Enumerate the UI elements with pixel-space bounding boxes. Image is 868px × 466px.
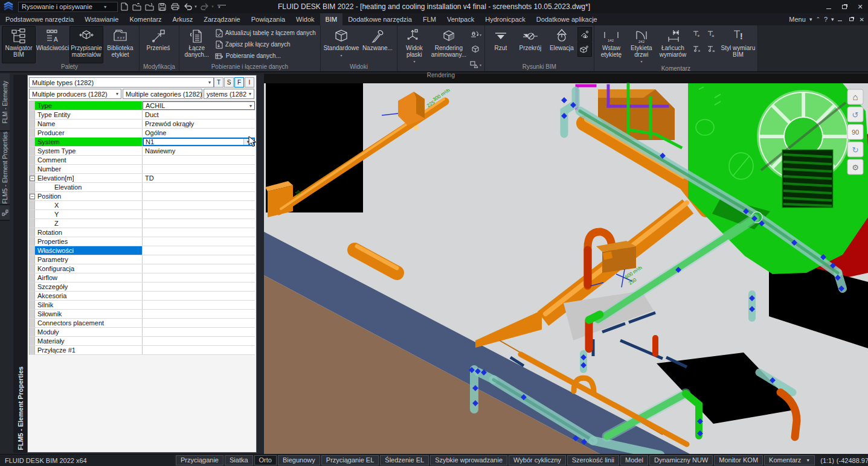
help-caret-icon[interactable]: ▾ [831,16,834,22]
tab-wstawianie[interactable]: Wstawianie [79,13,124,25]
nav-orbit-right-button[interactable]: ↻ [847,142,863,157]
prop-row-silownik[interactable]: Siłownik [30,310,255,319]
prop-row-przylacze-1[interactable]: Przyłącze #1 [30,346,255,355]
redo-icon[interactable] [198,1,211,12]
prop-row-properties[interactable]: Properties [30,237,255,246]
show-section-icon[interactable] [577,27,592,42]
tab-ventpack[interactable]: Ventpack [442,13,480,25]
draw-order-icon[interactable]: ▾ [468,57,483,72]
tab-komentarz[interactable]: Komentarz [124,13,167,25]
open-file-icon[interactable] [130,1,143,12]
tab-hydronicpack[interactable]: Hydronicpack [480,13,531,25]
lock-view-icon[interactable]: ▾ [468,27,483,42]
system-dropdown-button[interactable]: ▾ [243,139,252,145]
rendering-animowany-button[interactable]: Rendering animowany... [429,26,468,72]
help-button[interactable]: ? [824,16,828,23]
prop-row-name[interactable]: NamePrzewód okrągły [30,120,255,129]
styl-wymiaru-bim-button[interactable]: ! Styl wymiaru BIM [721,26,756,65]
toggle-przyciaganie[interactable]: Przyciąganie [176,455,223,465]
zapisz-plik-laczy-button[interactable]: Zapisz plik łączy danych [213,39,318,50]
save-icon[interactable] [156,1,169,12]
przenies-button[interactable]: Przenieś [141,26,175,63]
workspace-select[interactable]: Rysowanie i opisywanie ▼ [18,2,118,12]
nav-orbit-left-button[interactable]: ↺ [847,107,863,122]
prop-row-position[interactable]: Position [30,192,255,201]
lancuch-wymiarow-button[interactable]: Łańcuch wymiarów [657,26,689,65]
tab-flm5-element-properties[interactable]: FLM5 - Element Properties [0,132,10,205]
tab-diagram-icon[interactable] [0,205,10,221]
view-i-button[interactable]: I [245,77,254,88]
minimize-button[interactable] [821,1,837,13]
toggle-szerokosc-linii[interactable]: Szerokość linii [567,455,619,465]
prop-row-type-entity[interactable]: Type EntityDuct [30,110,255,120]
prop-row-konfiguracja[interactable]: Konfiguracja [30,264,255,273]
rzut-button[interactable]: Rzut [487,26,515,63]
toggle-siatka[interactable]: Siatka [225,455,253,465]
widok-plaski-button[interactable]: Widok płaski [399,26,429,72]
prop-row-comment[interactable]: Comment [30,156,255,165]
prop-row-wlasciwosci[interactable]: Właściwości [30,246,255,255]
toggle-szybkie-wprowadzanie[interactable]: Szybkie wprowadzanie [430,455,507,465]
prop-row-number[interactable]: Number [30,165,255,174]
plot-icon[interactable] [169,1,181,12]
prop-row-z[interactable]: Z [30,219,255,228]
tab-zarzadzanie[interactable]: Zarządzanie [198,13,246,25]
prop-row-producer[interactable]: ProducerOgólne [30,129,255,138]
doc-close-button[interactable]: ✕ [860,16,864,23]
nav-home-button[interactable]: ⌂ [847,89,863,104]
biblioteka-etykiet-button[interactable]: x y z Biblioteka etykiet [103,26,137,63]
view-t-button[interactable]: T [214,77,223,88]
wstaw-etykiete-button[interactable]: 142 Wstaw etykietę [596,26,626,65]
prop-row-connectors-placement[interactable]: Connectors placement [30,319,255,328]
prop-row-type[interactable]: TypeACHIL▾ [30,101,255,110]
toggle-wybor-cykliczny[interactable]: Wybór cykliczny [509,455,566,465]
panel-caption-bar[interactable]: FLM5 - Element Properties [13,75,27,453]
undo-icon[interactable] [181,1,194,12]
categories-filter-select[interactable]: Multiple categories (1282) ▾ [123,89,202,99]
tab-dodatkowe-aplikacje[interactable]: Dodatkowe aplikacje [531,13,603,25]
doc-minimize-button[interactable] [838,21,842,21]
tab-flm[interactable]: FLM [417,13,442,25]
prop-row-moduly[interactable]: Moduły [30,328,255,337]
toggle-przyciaganie-el[interactable]: Przyciąganie EL [321,455,379,465]
system-value-input[interactable]: N1▾ [143,138,255,146]
prop-row-airflow[interactable]: Airflow [30,273,255,282]
tab-flm-elementy[interactable]: FLM - Elementy [0,74,10,132]
tab-podstawowe-narzedzia[interactable]: Podstawowe narzędzia [0,13,79,25]
viewport-3d[interactable]: 600 m³/h 250 300 m³/h 225 25 ⌂ ↺ 90 ↻ ⚙ [264,74,868,454]
restore-button[interactable] [837,1,852,13]
qat-customize-icon[interactable]: ▼ [217,5,226,9]
import-file-icon[interactable] [143,1,156,12]
nav-settings-button[interactable]: ⚙ [847,159,863,174]
dim-point-remove-icon[interactable]: × [704,42,718,56]
nav-rotate-90-button[interactable]: 90 [847,124,863,139]
komentarz-dropdown[interactable]: Komentarz ▼ [764,455,815,465]
ribbon-collapse-icon[interactable]: ⌃ [815,16,820,22]
types-filter-select[interactable]: Multiple types (1282) ▾ [29,77,214,88]
prop-row-y[interactable]: Y [30,210,255,219]
isolate-objects-icon[interactable] [468,42,483,57]
prop-row-x[interactable]: X [30,201,255,210]
dim-add-icon[interactable]: + [689,27,704,42]
przekroj-button[interactable]: Przekrój [515,26,546,63]
collapse-icon[interactable] [30,194,35,199]
prop-row-rotation[interactable]: Rotation [30,228,255,237]
standardowe-button[interactable]: Standardowe [323,26,360,63]
nawigator-bim-button[interactable]: Nawigator BIM [2,26,36,63]
toggle-model[interactable]: Model [620,455,648,465]
toggle-orto[interactable]: Orto [254,455,277,465]
type-value-select[interactable]: ACHIL▾ [143,101,255,110]
prop-row-szczegoly[interactable]: Szczegóły [30,282,255,292]
elewacja-button[interactable]: Elewacja [546,26,577,63]
show-model-icon[interactable] [577,42,592,57]
dim-point-add-icon[interactable]: + [689,42,704,56]
nazwane-button[interactable]: Nazwane... [360,26,395,63]
pobieranie-danych-button[interactable]: Pobieranie danych... [213,50,318,62]
collapse-icon[interactable] [30,176,35,181]
tab-dodatkowe-narzedzia[interactable]: Dodatkowe narzędzia [342,13,417,25]
toggle-dynamiczny-nuw[interactable]: Dynamiczny NUW [649,455,713,465]
close-button[interactable]: ✕ [852,1,868,13]
prop-row-materialy[interactable]: Materiały [30,337,255,346]
undo-caret-icon[interactable]: ▼ [194,5,198,8]
menu-caret-icon[interactable]: ▾ [809,16,812,22]
